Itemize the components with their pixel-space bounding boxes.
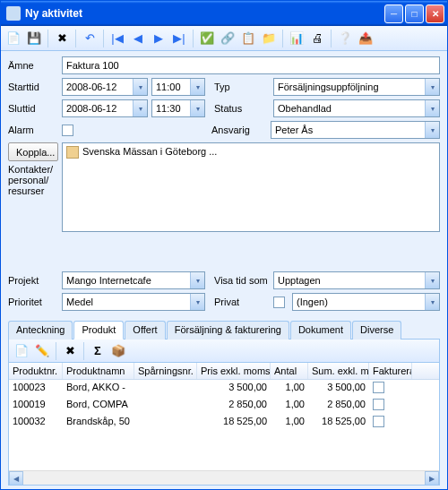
delete-row-icon[interactable]: ✖ [61,342,79,360]
showtimeas-select[interactable]: Upptagen▾ [273,271,440,289]
chevron-down-icon[interactable]: ▾ [133,79,147,95]
new-row-icon[interactable]: 📄 [13,342,30,360]
app-icon [6,6,21,21]
tab-diverse[interactable]: Diverse [352,321,401,340]
subject-label: Ämne [8,60,58,71]
folder-icon[interactable]: 📁 [260,30,278,47]
cell-sparning [134,398,197,413]
end-time-input[interactable]: 11:30▾ [151,99,205,117]
subject-input[interactable] [62,56,440,74]
cell-produktnr: 100032 [9,415,63,430]
close-button[interactable]: ✕ [426,4,444,23]
linked-resource-text: Svenska Mässan i Göteborg ... [82,146,217,157]
private-label: Privat [209,297,270,307]
priority-select[interactable]: Medel▾ [62,293,205,311]
tab-dokument[interactable]: Dokument [290,321,351,340]
prev-icon[interactable]: ◀ [129,30,147,47]
start-time-input[interactable]: 11:00▾ [151,78,205,96]
col-sum[interactable]: Sum. exkl. moms [308,363,369,379]
chevron-down-icon[interactable]: ▾ [190,272,204,288]
end-date-input[interactable]: 2008-06-12▾ [62,99,148,117]
link-icon[interactable]: 🔗 [219,30,237,47]
misc-icon[interactable]: 📦 [109,342,127,360]
private-group-select[interactable]: (Ingen)▾ [292,293,440,311]
check-icon[interactable]: ✅ [198,30,216,47]
chevron-down-icon[interactable]: ▾ [190,294,204,310]
report-icon[interactable]: 📊 [288,30,306,47]
save-icon[interactable]: 💾 [25,30,43,47]
col-sparning[interactable]: Spårningsnr. [134,363,197,379]
sum-icon[interactable]: Σ [89,342,107,360]
print-icon[interactable]: 🖨 [308,30,326,47]
chevron-down-icon[interactable]: ▾ [425,100,439,116]
type-select[interactable]: Försäljningsuppföljning▾ [273,78,440,96]
chevron-down-icon[interactable]: ▾ [425,122,439,138]
type-label: Typ [209,82,270,92]
copy-icon[interactable]: 📋 [239,30,257,47]
linked-resources-box[interactable]: Svenska Mässan i Göteborg ... [62,142,440,232]
priority-label: Prioritet [8,297,58,307]
responsible-select[interactable]: Peter Ås▾ [271,121,440,139]
cell-sum: 2 850,00 [308,398,369,413]
cell-antal: 1,00 [271,398,308,413]
cell-pris: 3 500,00 [197,381,271,396]
new-icon[interactable]: 📄 [4,30,22,47]
project-select[interactable]: Mango Internetcafe▾ [62,271,205,289]
chevron-down-icon[interactable]: ▾ [425,272,439,288]
col-antal[interactable]: Antal [271,363,308,379]
delete-icon[interactable]: ✖ [53,30,71,47]
col-produktnr[interactable]: Produktnr. [9,363,63,379]
table-row[interactable]: 100019Bord, COMPA2 850,001,002 850,00 [9,397,439,414]
cell-sparning [134,415,197,430]
status-label: Status [209,103,270,114]
horizontal-scrollbar[interactable]: ◀ ▶ [9,470,439,485]
titlebar[interactable]: Ny aktivitet ─ □ ✕ [1,1,447,26]
tab-forsaljning[interactable]: Försäljning & fakturering [167,321,289,340]
cell-pris: 2 850,00 [197,398,271,413]
col-fakturerat[interactable]: Fakturerat [369,363,412,379]
next-icon[interactable]: ▶ [150,30,168,47]
cell-fakturerat[interactable] [369,398,412,413]
table-row[interactable]: 100032Brandskåp, 5018 525,001,0018 525,0… [9,414,439,431]
exit-icon[interactable]: 📤 [357,30,375,47]
help-icon[interactable]: ❔ [336,30,354,47]
tab-produkt[interactable]: Produkt [73,321,124,340]
contacts-label: Kontakter/ personal/ resurser [8,164,58,196]
tab-anteckning[interactable]: Anteckning [8,321,73,340]
cell-sum: 3 500,00 [308,381,369,396]
cell-produktnamn: Bord, COMPA [63,398,134,413]
private-checkbox[interactable] [273,297,285,308]
start-date-input[interactable]: 2008-06-12▾ [62,78,148,96]
chevron-down-icon[interactable]: ▾ [425,294,439,310]
undo-icon[interactable]: ↶ [81,30,99,47]
col-pris[interactable]: Pris exkl. moms [197,363,271,379]
maximize-button[interactable]: □ [405,4,424,23]
chevron-down-icon[interactable]: ▾ [133,100,147,116]
first-icon[interactable]: |◀ [108,30,126,47]
chevron-down-icon[interactable]: ▾ [190,79,204,95]
status-select[interactable]: Obehandlad▾ [273,99,440,117]
edit-row-icon[interactable]: ✏️ [33,342,51,360]
last-icon[interactable]: ▶| [170,30,188,47]
cell-produktnr: 100019 [9,398,63,413]
col-produktnamn[interactable]: Produktnamn [63,363,134,379]
chevron-down-icon[interactable]: ▾ [425,79,439,95]
cell-pris: 18 525,00 [197,415,271,430]
main-toolbar: 📄 💾 ✖ ↶ |◀ ◀ ▶ ▶| ✅ 🔗 📋 📁 📊 🖨 ❔ 📤 [1,26,447,51]
cell-antal: 1,00 [271,415,308,430]
scroll-right-icon[interactable]: ▶ [425,471,439,486]
responsible-label: Ansvarig [206,125,267,135]
link-button[interactable]: Koppla... [8,142,58,161]
cell-fakturerat[interactable] [369,415,412,430]
scroll-left-icon[interactable]: ◀ [9,471,23,486]
alarm-checkbox[interactable] [62,125,73,136]
alarm-label: Alarm [8,125,58,135]
starttime-label: Starttid [8,82,58,92]
chevron-down-icon[interactable]: ▾ [190,100,204,116]
grid-toolbar: 📄 ✏️ ✖ Σ 📦 [8,340,440,363]
tab-offert[interactable]: Offert [125,321,165,340]
table-row[interactable]: 100023Bord, AKKO -3 500,001,003 500,00 [9,380,439,397]
contact-icon [66,146,79,159]
minimize-button[interactable]: ─ [384,4,403,23]
cell-fakturerat[interactable] [369,381,412,396]
